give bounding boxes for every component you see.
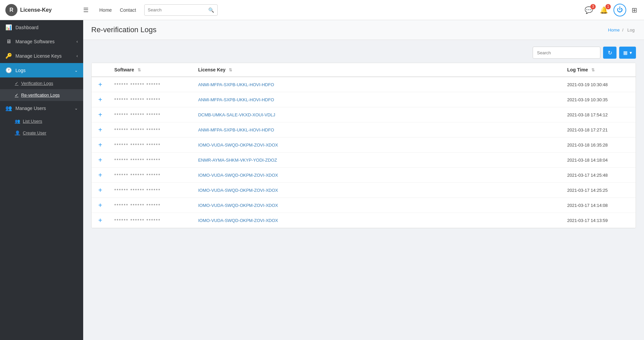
columns-button[interactable]: ▦ ▾ bbox=[619, 47, 636, 59]
sidebar-item-manage-license-keys[interactable]: 🔑 Manage License Keys ‹ bbox=[0, 49, 83, 63]
software-value: ****** ****** ****** bbox=[114, 158, 161, 163]
nav-search-input[interactable] bbox=[145, 7, 205, 12]
notifications-button[interactable]: 🔔 1 bbox=[598, 5, 609, 15]
table-search-input[interactable] bbox=[533, 50, 600, 55]
table-search-box bbox=[533, 47, 600, 59]
expand-button[interactable]: + bbox=[97, 187, 104, 193]
table-row: + ****** ****** ****** ANMI-MFPA-SXPB-UK… bbox=[92, 77, 636, 92]
sort-icon-logtime: ⇅ bbox=[591, 68, 595, 72]
check-icon: ✓ bbox=[15, 81, 18, 86]
software-value: ****** ****** ****** bbox=[114, 188, 161, 193]
grid-button[interactable]: ⊞ bbox=[630, 5, 639, 15]
license-key-cell: IOMO-VUDA-SWQD-OKPM-ZOVI-XDOX bbox=[193, 198, 562, 213]
table-row: + ****** ****** ****** ANMI-MFPA-SXPB-UK… bbox=[92, 122, 636, 137]
license-key-cell: ENMR-AYMA-SHKM-VKYP-YODI-ZDOZ bbox=[193, 153, 562, 168]
table-row: + ****** ****** ****** IOMO-VUDA-SWQD-OK… bbox=[92, 183, 636, 198]
sort-icon-license: ⇅ bbox=[229, 68, 232, 72]
expand-button[interactable]: + bbox=[97, 96, 104, 103]
expand-button[interactable]: + bbox=[97, 81, 104, 88]
sidebar-item-label: Logs bbox=[15, 68, 25, 73]
software-cell: ****** ****** ****** bbox=[109, 122, 193, 137]
expand-cell: + bbox=[92, 183, 109, 198]
sidebar-item-verification-logs[interactable]: ✓ Verification Logs bbox=[0, 77, 83, 89]
sidebar-sub-item-label: Verification Logs bbox=[21, 81, 53, 86]
sidebar-item-manage-softwares[interactable]: 🖥 Manage Softwares ‹ bbox=[0, 35, 83, 49]
col-header-license[interactable]: License Key ⇅ bbox=[193, 63, 562, 77]
sidebar-sub-item-label: Re-verification Logs bbox=[21, 93, 60, 98]
col-header-software[interactable]: Software ⇅ bbox=[109, 63, 193, 77]
table-row: + ****** ****** ****** ANMI-MFPA-SXPB-UK… bbox=[92, 92, 636, 107]
expand-button[interactable]: + bbox=[97, 202, 104, 209]
brand-name: License-Key bbox=[20, 7, 52, 13]
sidebar-item-label: Dashboard bbox=[15, 25, 39, 30]
expand-cell: + bbox=[92, 153, 109, 168]
expand-button[interactable]: + bbox=[97, 157, 104, 163]
expand-button[interactable]: + bbox=[97, 172, 104, 178]
sidebar-item-re-verification-logs[interactable]: ✓ Re-verification Logs bbox=[0, 89, 83, 101]
log-time-value: 2021-03-17 14:13:59 bbox=[567, 218, 608, 223]
log-time-value: 2021-03-18 17:54:12 bbox=[567, 112, 608, 117]
breadcrumb-separator: / bbox=[622, 27, 624, 33]
log-time-cell: 2021-03-18 17:27:21 bbox=[562, 122, 636, 137]
page-header: Re-verification Logs Home / Log bbox=[83, 20, 644, 40]
expand-cell: + bbox=[92, 198, 109, 213]
sidebar-item-manage-users[interactable]: 👥 Manage Users ⌄ bbox=[0, 101, 83, 115]
nav-search-button[interactable]: 🔍 bbox=[205, 7, 217, 13]
expand-button[interactable]: + bbox=[97, 111, 104, 118]
nav-contact[interactable]: Contact bbox=[120, 7, 136, 13]
table-row: + ****** ****** ****** IOMO-VUDA-SWQD-OK… bbox=[92, 168, 636, 183]
expand-button[interactable]: + bbox=[97, 217, 104, 224]
sidebar-item-dashboard[interactable]: 📊 Dashboard bbox=[0, 20, 83, 35]
chevron-down-icon: ⌄ bbox=[74, 68, 78, 73]
sort-icon-software: ⇅ bbox=[138, 68, 141, 72]
messages-button[interactable]: 💬 3 bbox=[583, 5, 594, 15]
software-cell: ****** ****** ****** bbox=[109, 92, 193, 107]
users-icon: 👥 bbox=[5, 105, 12, 111]
nav-home[interactable]: Home bbox=[99, 7, 112, 13]
expand-button[interactable]: + bbox=[97, 126, 104, 133]
sidebar-item-label: Manage Softwares bbox=[15, 39, 55, 44]
sidebar-sub-item-label: Create User bbox=[23, 130, 46, 135]
chevron-down-icon: ⌄ bbox=[74, 106, 78, 111]
users-sub-icon: 👥 bbox=[15, 119, 20, 124]
chevron-icon: ‹ bbox=[76, 54, 78, 58]
log-time-cell: 2021-03-18 16:35:28 bbox=[562, 137, 636, 153]
software-value: ****** ****** ****** bbox=[114, 112, 161, 117]
log-time-value: 2021-03-17 14:25:48 bbox=[567, 173, 608, 178]
sidebar-item-create-user[interactable]: 👤 Create User bbox=[0, 127, 83, 139]
license-key-cell: ANMI-MFPA-SXPB-UKKL-HOVI-HDFO bbox=[193, 77, 562, 92]
brand-icon: R bbox=[5, 4, 17, 16]
sidebar-item-label: Manage Users bbox=[15, 106, 46, 111]
license-key-value: ANMI-MFPA-SXPB-UKKL-HOVI-HDFO bbox=[198, 82, 274, 87]
navbar: R License-Key ☰ Home Contact 🔍 💬 3 🔔 1 ⏻… bbox=[0, 0, 644, 20]
breadcrumb-home[interactable]: Home bbox=[608, 27, 620, 33]
log-time-cell: 2021-03-17 14:13:59 bbox=[562, 213, 636, 228]
refresh-button[interactable]: ↻ bbox=[603, 47, 616, 59]
breadcrumb: Home / Log bbox=[608, 27, 636, 33]
software-value: ****** ****** ****** bbox=[114, 82, 161, 87]
expand-button[interactable]: + bbox=[97, 141, 104, 148]
sidebar-item-list-users[interactable]: 👥 List Users bbox=[0, 115, 83, 127]
license-key-value: ANMI-MFPA-SXPB-UKKL-HOVI-HDFO bbox=[198, 127, 274, 132]
chevron-icon: ‹ bbox=[76, 39, 78, 44]
power-button[interactable]: ⏻ bbox=[613, 4, 626, 16]
log-time-value: 2021-03-17 14:25:25 bbox=[567, 188, 608, 193]
expand-cell: + bbox=[92, 168, 109, 183]
hamburger-button[interactable]: ☰ bbox=[80, 5, 91, 15]
license-key-value: ANMI-MFPA-SXPB-UKKL-HOVI-HDFO bbox=[198, 97, 274, 102]
expand-cell: + bbox=[92, 137, 109, 153]
log-time-value: 2021-03-18 14:18:04 bbox=[567, 158, 608, 163]
col-header-logtime[interactable]: Log Time ⇅ bbox=[562, 63, 636, 77]
nav-links: Home Contact bbox=[99, 7, 136, 13]
license-key-value: DCMB-UMKA-SALE-VKXD-XOUI-VDLJ bbox=[198, 112, 275, 117]
license-key-value: IOMO-VUDA-SWQD-OKPM-ZOVI-XDOX bbox=[198, 203, 278, 208]
software-cell: ****** ****** ****** bbox=[109, 107, 193, 122]
navbar-left: R License-Key ☰ Home Contact 🔍 bbox=[5, 4, 583, 16]
sidebar-item-logs[interactable]: 🕐 Logs ⌄ bbox=[0, 63, 83, 77]
table-row: + ****** ****** ****** IOMO-VUDA-SWQD-OK… bbox=[92, 137, 636, 153]
table-row: + ****** ****** ****** IOMO-VUDA-SWQD-OK… bbox=[92, 198, 636, 213]
sidebar-sub-item-label: List Users bbox=[23, 119, 42, 124]
software-value: ****** ****** ****** bbox=[114, 203, 161, 208]
license-key-value: IOMO-VUDA-SWQD-OKPM-ZOVI-XDOX bbox=[198, 218, 278, 223]
softwares-icon: 🖥 bbox=[5, 39, 12, 45]
